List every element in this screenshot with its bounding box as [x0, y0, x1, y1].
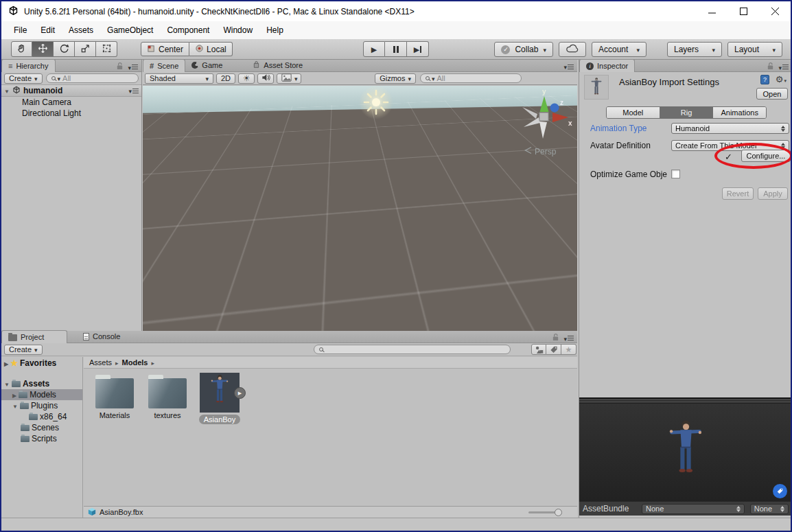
asset-item-asianboy[interactable]: AsianBoy — [197, 372, 242, 424]
tab-animations[interactable]: Animations — [712, 107, 766, 118]
account-dropdown[interactable]: Account — [592, 42, 647, 57]
scale-tool-button[interactable] — [75, 41, 96, 57]
tree-item-scripts[interactable]: Scripts — [1, 433, 82, 444]
hierarchy-search-input[interactable]: All — [46, 73, 139, 83]
tab-rig[interactable]: Rig — [660, 107, 713, 118]
play-button[interactable] — [363, 41, 385, 57]
hierarchy-create-button[interactable]: Create — [4, 73, 43, 84]
menu-item-edit[interactable]: Edit — [34, 25, 62, 35]
rotate-tool-button[interactable] — [54, 41, 75, 57]
pause-button[interactable] — [385, 41, 407, 57]
search-by-label-button[interactable] — [546, 344, 561, 355]
tab-hierarchy[interactable]: Hierarchy — [1, 59, 56, 72]
toggle-2d-button[interactable]: 2D — [216, 73, 235, 84]
help-icon[interactable]: ? — [760, 75, 769, 84]
scene-menu-icon[interactable] — [128, 86, 139, 95]
shading-mode-dropdown[interactable]: Shaded — [145, 73, 213, 84]
slider-thumb[interactable] — [555, 509, 562, 516]
lock-icon[interactable] — [552, 333, 559, 343]
tree-item-x86-64[interactable]: x86_64 — [1, 411, 82, 422]
project-search-input[interactable] — [314, 345, 511, 354]
menu-item-window[interactable]: Window — [216, 25, 259, 35]
lock-icon[interactable] — [767, 62, 774, 72]
tree-item-favorites[interactable]: Favorites — [1, 358, 82, 369]
menu-item-help[interactable]: Help — [259, 25, 290, 35]
tab-inspector[interactable]: i Inspector — [579, 59, 635, 72]
animation-type-dropdown[interactable]: Humanoid — [671, 123, 789, 134]
menu-item-gameobject[interactable]: GameObject — [100, 25, 160, 35]
expand-triangle-icon[interactable] — [12, 401, 18, 410]
pivot-mode-button[interactable]: Center — [141, 42, 189, 56]
projection-toggle[interactable]: Persp — [524, 146, 556, 157]
hand-tool-button[interactable] — [11, 41, 32, 57]
asset-item-textures[interactable]: textures — [145, 372, 190, 420]
project-create-button[interactable]: Create — [4, 345, 43, 355]
panel-menu-icon[interactable] — [778, 62, 789, 72]
axis-cone-y[interactable] — [540, 96, 549, 112]
tree-item-scenes[interactable]: Scenes — [1, 422, 82, 433]
step-button[interactable] — [407, 41, 429, 57]
scene-lighting-toggle[interactable] — [238, 73, 255, 84]
close-button[interactable] — [759, 1, 791, 21]
tab-console[interactable]: Console — [77, 330, 126, 343]
open-button[interactable]: Open — [756, 88, 788, 100]
minimize-button[interactable] — [696, 1, 727, 21]
lock-icon[interactable] — [116, 62, 124, 72]
axis-cone-neg[interactable] — [539, 122, 547, 139]
hierarchy-scene-header[interactable]: humanoid — [1, 85, 141, 97]
gear-icon[interactable] — [776, 74, 787, 84]
expand-triangle-icon[interactable] — [4, 358, 8, 368]
revert-button[interactable]: Revert — [722, 187, 754, 200]
panel-menu-icon[interactable] — [128, 62, 138, 72]
orientation-gizmo[interactable]: y z x — [515, 87, 573, 147]
tab-scene[interactable]: Scene — [143, 59, 185, 72]
axis-cone-x[interactable] — [552, 113, 568, 122]
scene-viewport[interactable]: y z x Persp — [143, 86, 577, 331]
expand-triangle-icon[interactable] — [4, 379, 10, 389]
collab-dropdown[interactable]: ✓ Collab — [494, 42, 553, 57]
favorite-search-button[interactable] — [561, 344, 576, 355]
assetbundle-variant-dropdown[interactable]: None — [750, 504, 789, 514]
pivot-rotation-button[interactable]: Local — [189, 42, 233, 56]
menu-item-file[interactable]: File — [7, 25, 34, 35]
expand-asset-button[interactable] — [234, 387, 246, 399]
preview-resize-handle[interactable] — [579, 397, 792, 404]
maximize-button[interactable] — [727, 1, 759, 21]
menu-item-component[interactable]: Component — [160, 25, 216, 35]
assetbundle-dropdown[interactable]: None — [642, 504, 745, 514]
move-tool-button[interactable] — [32, 41, 54, 57]
menu-item-assets[interactable]: Assets — [62, 25, 100, 35]
asset-item-materials[interactable]: Materials — [92, 372, 137, 420]
panel-menu-icon[interactable] — [563, 334, 574, 343]
panel-menu-icon[interactable] — [563, 62, 574, 71]
rect-tool-button[interactable] — [96, 41, 117, 57]
scene-effects-dropdown[interactable] — [277, 73, 301, 84]
breadcrumb-assets[interactable]: Assets — [89, 358, 112, 367]
gizmo-center-cube[interactable] — [539, 113, 548, 121]
scene-search-input[interactable]: All — [420, 73, 522, 83]
model-preview[interactable] — [579, 404, 792, 501]
search-by-type-button[interactable] — [531, 344, 546, 355]
tree-item-models[interactable]: Models — [1, 389, 82, 400]
tab-project[interactable]: Project — [1, 330, 67, 343]
layers-dropdown[interactable]: Layers — [667, 42, 722, 57]
apply-button[interactable]: Apply — [758, 187, 788, 200]
scene-audio-toggle[interactable] — [257, 73, 274, 84]
expand-triangle-icon[interactable] — [12, 390, 16, 400]
tab-model[interactable]: Model — [607, 107, 660, 118]
optimize-game-objects-checkbox[interactable] — [671, 170, 680, 178]
expand-triangle-icon[interactable] — [4, 86, 10, 95]
hierarchy-item-directional-light[interactable]: Directional Light — [1, 108, 141, 119]
tree-item-plugins[interactable]: Plugins — [1, 400, 82, 411]
tree-item-assets[interactable]: Assets — [1, 378, 82, 389]
configure-button[interactable]: Configure... — [741, 150, 791, 162]
cloud-button[interactable] — [559, 42, 586, 57]
axis-cone-z[interactable] — [550, 104, 559, 113]
thumbnail-zoom-slider[interactable] — [528, 511, 559, 513]
axis-cone-neg[interactable] — [524, 117, 540, 127]
tab-game[interactable]: Game — [185, 59, 229, 71]
hierarchy-item-main-camera[interactable]: Main Camera — [1, 97, 141, 108]
layout-dropdown[interactable]: Layout — [727, 42, 782, 57]
breadcrumb-models[interactable]: Models — [122, 358, 148, 367]
gizmos-dropdown[interactable]: Gizmos — [375, 73, 416, 84]
